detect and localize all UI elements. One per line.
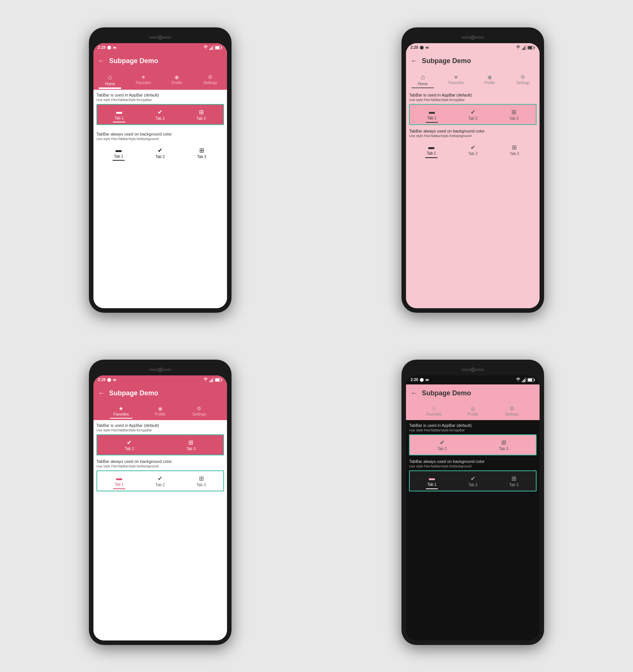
star-icon-2: ★ xyxy=(454,74,459,80)
section2-title-4: TabBar always used on background color xyxy=(409,459,537,464)
inner-tab3-label-1: Tab 3 xyxy=(197,116,206,121)
phone-screen-4: 2:20 ← Subpage Demo ☆ Favorites xyxy=(406,375,540,640)
phone-container-top-right: 2:20 ← Subpage Demo ⌂ Home xyxy=(320,8,626,332)
inner-tab3-label-4: Tab 3 xyxy=(499,447,508,451)
bg-chat-icon-3: ▬ xyxy=(116,475,122,482)
tab-profile-label-1: Profile xyxy=(171,81,182,85)
svg-rect-36 xyxy=(429,380,429,380)
bg-tab3-1[interactable]: ⊞ Tab 3 xyxy=(195,146,207,160)
time-1: 2:19 xyxy=(98,45,105,50)
tab-profile-2[interactable]: ◉ Profile xyxy=(478,72,501,86)
back-arrow-1[interactable]: ← xyxy=(98,57,105,65)
tab-favorites-1[interactable]: ★ Favorites xyxy=(132,72,155,86)
app-bar-3: ← Subpage Demo xyxy=(93,384,227,402)
section2-subtitle-2: Use style FlexTabBarStyle.forBackground xyxy=(409,134,537,138)
back-arrow-4[interactable]: ← xyxy=(410,389,417,397)
tab-home-label-2: Home xyxy=(418,82,428,86)
bg-tab1-2[interactable]: ▬ Tab 1 xyxy=(425,143,437,157)
svg-rect-17 xyxy=(524,47,525,50)
section2-title-2: TabBar always used on background color xyxy=(409,129,537,133)
tab-home-2[interactable]: ⌂ Home xyxy=(412,72,434,87)
back-arrow-3[interactable]: ← xyxy=(98,389,105,397)
svg-point-11 xyxy=(420,46,424,50)
bg-tab1-3[interactable]: ▬ Tab 1 xyxy=(113,474,125,488)
inner-tab1-underline-2 xyxy=(426,122,438,123)
inner-tab3-4[interactable]: ⊞ Tab 3 xyxy=(498,438,510,452)
svg-rect-31 xyxy=(215,378,220,381)
top-tab-bar-4: ☆ Favorites ◎ Profile ⚙ Settings xyxy=(406,402,540,420)
tab-favorites-2[interactable]: ★ Favorites xyxy=(445,72,468,86)
signal-icon-2 xyxy=(522,45,526,50)
bg-tab2-label-4: Tab 2 xyxy=(468,483,477,487)
bg-tab1-4[interactable]: ▬ Tab 1 xyxy=(426,474,438,488)
section1-title-1: TabBar is used in AppBar (default) xyxy=(96,93,224,97)
section1-3: TabBar is used in AppBar (default) Use s… xyxy=(96,423,224,455)
time-3: 2:19 xyxy=(98,378,105,382)
inner-tab3-1[interactable]: ⊞ Tab 3 xyxy=(195,108,207,121)
svg-rect-32 xyxy=(221,379,222,381)
bg-tab1-1[interactable]: ▬ Tab 1 xyxy=(113,146,125,159)
bg-tab2-3[interactable]: ✔ Tab 2 xyxy=(154,474,166,488)
bg-tab2-2[interactable]: ✔ Tab 2 xyxy=(467,143,479,157)
status-bar-3: 2:19 xyxy=(93,375,227,384)
back-arrow-2[interactable]: ← xyxy=(410,57,417,65)
inner-tab2-4[interactable]: ✔ Tab 2 xyxy=(436,438,448,452)
phone-container-bottom-left: 2:19 ← Subpage Demo ★ Favorites xyxy=(8,340,313,664)
phone-notch xyxy=(93,32,227,43)
bg-tab-bar-4: ▬ Tab 1 ✔ Tab 2 ⊞ Tab 3 xyxy=(409,470,537,491)
tab-settings-label-2: Settings xyxy=(516,81,530,85)
tab-favorites-3[interactable]: ★ Favorites xyxy=(110,404,132,418)
inner-tab1-label-2: Tab 1 xyxy=(427,116,436,120)
bg-tab3-2[interactable]: ⊞ Tab 3 xyxy=(508,143,520,157)
tab-settings-2[interactable]: ⚙ Settings xyxy=(512,72,534,86)
section1-4: TabBar is used in AppBar (default) Use s… xyxy=(409,423,537,455)
tab-settings-1[interactable]: ⚙ Settings xyxy=(199,72,221,86)
person-icon-4: ◎ xyxy=(471,405,475,411)
svg-rect-21 xyxy=(534,47,535,48)
screen-content-1: TabBar is used in AppBar (default) Use s… xyxy=(93,90,227,308)
inner-tab1-2[interactable]: ▬ Tab 1 xyxy=(426,108,438,121)
bg-tab2-label-3: Tab 2 xyxy=(156,483,165,487)
inner-tab3-2[interactable]: ⊞ Tab 3 xyxy=(508,108,520,121)
tab-settings-4[interactable]: ⚙ Settings xyxy=(501,404,523,418)
bg-tab3-3[interactable]: ⊞ Tab 3 xyxy=(195,474,207,488)
section2-4: TabBar always used on background color U… xyxy=(409,459,537,491)
plus-icon-2: ⊞ xyxy=(511,108,516,116)
tab-settings-3[interactable]: ⚙ Settings xyxy=(188,404,210,418)
tab-home-underline-1 xyxy=(99,87,121,88)
bg-check-icon-4: ✔ xyxy=(471,475,475,482)
battery-icon-3 xyxy=(215,378,223,382)
inner-tab1-1[interactable]: ▬ Tab 1 xyxy=(113,108,125,121)
time-2: 2:20 xyxy=(410,45,418,50)
person-icon-3: ◉ xyxy=(158,405,162,411)
tab-favorites-4[interactable]: ☆ Favorites xyxy=(423,404,445,418)
bg-tab2-1[interactable]: ✔ Tab 2 xyxy=(154,146,166,160)
inner-tab3-3[interactable]: ⊞ Tab 3 xyxy=(185,438,197,452)
phone-speaker xyxy=(149,36,171,39)
bg-chat-icon-1: ▬ xyxy=(116,147,122,154)
bg-tab1-label-2: Tab 1 xyxy=(427,151,436,155)
section2-subtitle-1: Use style FlexTabBarStyle.forBackground xyxy=(96,137,224,141)
bg-tab-bar-2: ▬ Tab 1 ✔ Tab 2 ⊞ Tab 3 xyxy=(409,140,537,160)
check-icon-4: ✔ xyxy=(440,439,445,446)
svg-rect-28 xyxy=(212,379,212,382)
inner-tab2-1[interactable]: ✔ Tab 2 xyxy=(154,108,166,121)
inner-tab2-2[interactable]: ✔ Tab 2 xyxy=(467,108,479,121)
star-icon-1: ★ xyxy=(141,74,146,80)
bg-tab3-4[interactable]: ⊞ Tab 3 xyxy=(508,474,520,488)
bg-tab3-label-1: Tab 3 xyxy=(197,155,206,159)
phone-screen-1: 2:19 ← Subpage Demo ⌂ Home xyxy=(93,43,227,308)
section2-subtitle-4: Use style FlexTabBarStyle.forBackground xyxy=(409,464,537,468)
bg-tab2-4[interactable]: ✔ Tab 2 xyxy=(467,474,479,488)
tab-profile-1[interactable]: ◉ Profile xyxy=(165,72,188,86)
star-icon-4: ☆ xyxy=(432,405,436,411)
tab-profile-4[interactable]: ◎ Profile xyxy=(462,404,484,418)
tab-home-1[interactable]: ⌂ Home xyxy=(99,72,121,87)
tab-profile-3[interactable]: ◉ Profile xyxy=(149,404,171,418)
app-bar-1: ← Subpage Demo xyxy=(93,52,227,70)
section1-subtitle-2: Use style FlexTabBarStyle.forAppBar xyxy=(409,98,537,102)
section1-2: TabBar is used in AppBar (default) Use s… xyxy=(409,93,537,125)
play-icon-4 xyxy=(419,378,424,382)
inner-tab2-3[interactable]: ✔ Tab 2 xyxy=(123,438,135,452)
battery-icon-2 xyxy=(528,45,535,50)
